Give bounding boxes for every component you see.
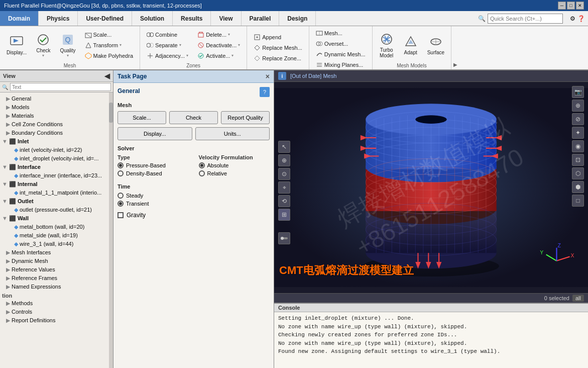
vp-perspective-button[interactable]: ✦ (572, 127, 584, 139)
tree-item-21[interactable]: ▶Reference Frames (0, 274, 109, 283)
menu-tab-domain[interactable]: Domain (0, 11, 39, 26)
console-body[interactable]: Setting inlet_droplet (mixture) ... Done… (274, 312, 588, 368)
ribbon-separate-button[interactable]: Separate ▾ (143, 40, 192, 50)
ribbon-activate-button[interactable]: Activate... ▾ (194, 51, 244, 61)
vp-lighting-button[interactable]: □ (572, 195, 584, 207)
tree-item-15[interactable]: ◆metal_bottom (wall, id=20) (0, 223, 109, 231)
menu-tab-view[interactable]: View (211, 11, 241, 26)
ribbon-display-button[interactable]: Display... (3, 32, 30, 58)
ribbon-transform-button[interactable]: Transform ▾ (81, 40, 137, 50)
tree-item-12[interactable]: ▼⬛Outlet (0, 197, 109, 206)
viewport-3d[interactable]: X Y Z 焊接增材数值模拟 +8615112588470 CMT电弧熔滴过渡模… (274, 82, 588, 293)
vp-toggle-button[interactable] (278, 232, 290, 244)
ribbon-adjacency-button[interactable]: Adjacency... ▾ (143, 51, 192, 61)
ribbon-scale-button[interactable]: Scale... (81, 30, 137, 40)
steady-radio[interactable] (117, 193, 124, 199)
vp-annotation-button[interactable]: ⬢ (572, 181, 584, 193)
ribbon-dynamic-mesh-button[interactable]: Dynamic Mesh... (312, 49, 369, 59)
vp-select-button[interactable]: ↖ (278, 141, 290, 153)
ribbon-expand-button[interactable]: ▶ (451, 26, 459, 69)
density-based-option[interactable]: Density-Based (117, 170, 189, 176)
settings-icon[interactable]: ⚙ (570, 15, 575, 22)
tree-item-16[interactable]: ◆metal_side (wall, id=19) (0, 231, 109, 240)
tree-item-5[interactable]: ▼⬛Inlet (0, 137, 109, 146)
maximize-button[interactable]: □ (567, 2, 575, 10)
vp-surface-button[interactable]: ◉ (572, 140, 584, 152)
tree-item-4[interactable]: ▶Boundary Conditions (0, 129, 109, 137)
minimize-button[interactable]: ─ (558, 2, 566, 10)
check-button[interactable]: Check (169, 111, 218, 124)
scrollbar-thumb[interactable] (109, 103, 113, 123)
tree-item-19[interactable]: ▶Dynamic Mesh (0, 257, 109, 265)
tree-item-14[interactable]: ▼⬛Wall (0, 214, 109, 223)
tree-item-2[interactable]: ▶Materials (0, 112, 109, 120)
absolute-option[interactable]: Absolute (199, 162, 270, 168)
tree-item-17[interactable]: ◆wire_3_1 (wall, id=44) (0, 240, 109, 248)
report-quality-button[interactable]: Report Quality (221, 111, 270, 124)
density-based-radio[interactable] (117, 170, 124, 176)
relative-radio[interactable] (199, 170, 205, 176)
ribbon-delete-button[interactable]: Delete... ▾ (194, 30, 244, 40)
ribbon-combine-button[interactable]: Combine (143, 30, 192, 40)
ribbon-quality-button[interactable]: Q Quality ▾ (56, 30, 79, 60)
tree-item-6[interactable]: ◆inlet (velocity-inlet, id=22) (0, 146, 109, 154)
filter-input[interactable] (10, 83, 111, 91)
scale-button[interactable]: Scale... (117, 111, 166, 124)
quick-search-input[interactable] (488, 14, 563, 24)
vp-mesh-display-button[interactable]: ⬡ (572, 167, 584, 179)
vp-zoom-button[interactable]: ⊕ (278, 154, 290, 166)
tree-item-11[interactable]: ◆int_metal_1_1_matpoint (interio... (0, 189, 109, 197)
ribbon-adapt-button[interactable]: Adapt (400, 32, 422, 58)
vp-pan-button[interactable]: ⊙ (278, 168, 290, 180)
pressure-based-option[interactable]: Pressure-Based (117, 162, 189, 168)
relative-option[interactable]: Relative (199, 170, 270, 176)
tree-item-10[interactable]: ▼⬛Internal (0, 180, 109, 189)
menu-tab-physics[interactable]: Physics (39, 11, 78, 26)
help-icon[interactable]: ❓ (577, 15, 585, 22)
tree-item-9[interactable]: ◆interface_inner (interface, id=23... (0, 171, 109, 180)
scrollbar-vertical[interactable] (109, 93, 113, 368)
ribbon-deactivate-button[interactable]: Deactivate... ▾ (194, 40, 244, 50)
vp-wireframe-button[interactable]: ⊡ (572, 154, 584, 166)
transient-option[interactable]: Transient (117, 201, 270, 207)
menu-tab-parallel[interactable]: Parallel (242, 11, 280, 26)
tree-item-26[interactable]: ▶Report Definitions (0, 316, 109, 325)
vp-camera-button[interactable]: 📷 (572, 86, 584, 98)
vp-reset-button[interactable]: ⊘ (572, 113, 584, 125)
ribbon-mesh-interfaces-button[interactable]: Mesh... (312, 28, 369, 38)
tree-item-18[interactable]: ▶Mesh Interfaces (0, 248, 109, 257)
steady-option[interactable]: Steady (117, 193, 270, 199)
units-button[interactable]: Units... (195, 127, 270, 140)
left-panel-collapse-icon[interactable]: ◀ (104, 72, 110, 80)
tree-item-3[interactable]: ▶Cell Zone Conditions (0, 120, 109, 129)
pressure-based-radio[interactable] (117, 162, 124, 168)
vp-fit-button[interactable]: ⟲ (278, 195, 290, 207)
ribbon-append-button[interactable]: Append (250, 32, 305, 42)
task-help-button[interactable]: ? (260, 87, 270, 97)
tree-item-22[interactable]: ▶Named Expressions (0, 283, 109, 291)
tree-item-20[interactable]: ▶Reference Values (0, 265, 109, 274)
display-button[interactable]: Display... (117, 127, 192, 140)
tree-item-8[interactable]: ▼⬛Interface (0, 163, 109, 171)
tree-item-25[interactable]: ▶Controls (0, 308, 109, 316)
menu-tab-results[interactable]: Results (173, 11, 211, 26)
ribbon-replace-zone-button[interactable]: Replace Zone... (250, 53, 305, 63)
tree-item-23[interactable]: tion (0, 291, 109, 299)
ribbon-turbo-model-button[interactable]: TurboModel (376, 30, 398, 61)
tree-item-7[interactable]: ◆inlet_droplet (velocity-inlet, id=... (0, 154, 109, 163)
tree-item-13[interactable]: ◆outlet (pressure-outlet, id=21) (0, 206, 109, 214)
ribbon-replace-mesh-button[interactable]: Replace Mesh... (250, 43, 305, 53)
task-page-close-button[interactable]: × (266, 72, 270, 80)
vp-zoom-fit-button[interactable]: ⊕ (572, 100, 584, 112)
ribbon-overset-button[interactable]: Overset... (312, 39, 369, 49)
transient-radio[interactable] (117, 201, 124, 207)
menu-tab-design[interactable]: Design (279, 11, 316, 26)
close-button[interactable]: ✕ (576, 2, 584, 10)
ribbon-polyhedra-button[interactable]: Make Polyhedra (81, 51, 137, 61)
menu-tab-user-defined[interactable]: User-Defined (78, 11, 132, 26)
menu-tab-solution[interactable]: Solution (132, 11, 173, 26)
tree-item-24[interactable]: ▶Methods (0, 299, 109, 308)
ribbon-surface-button[interactable]: Surface (424, 32, 448, 58)
vp-probe-button[interactable]: ⊞ (278, 209, 290, 221)
ribbon-check-button[interactable]: Check ▾ (32, 30, 54, 60)
